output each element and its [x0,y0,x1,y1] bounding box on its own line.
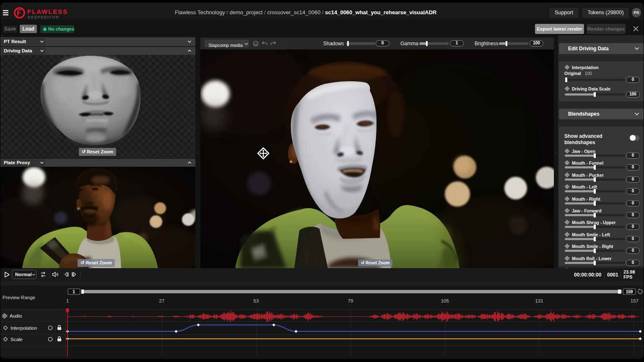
svg-text:159: 159 [626,290,633,294]
svg-text:157: 157 [631,298,639,303]
svg-text:1: 1 [73,290,75,294]
svg-text:105: 105 [441,298,449,303]
svg-text:131: 131 [535,298,543,303]
svg-text:1: 1 [66,298,69,303]
svg-text:Interpolation: Interpolation [10,326,37,331]
svg-text:Preview Range: Preview Range [3,295,35,300]
svg-text:53: 53 [254,298,259,303]
svg-text:Scale: Scale [10,337,23,342]
svg-text:79: 79 [348,298,353,303]
svg-text:Audio: Audio [10,313,22,318]
svg-text:27: 27 [159,298,165,303]
